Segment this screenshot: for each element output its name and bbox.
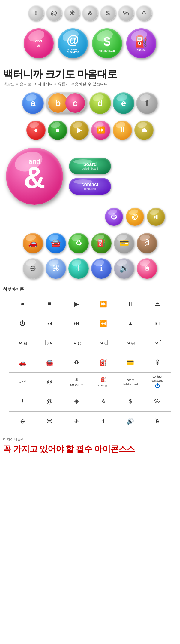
- at-internet-button[interactable]: @ INTERNETBUSINESS: [58, 28, 88, 58]
- alpha-buttons-row: a b c d e f: [0, 88, 180, 118]
- gray-buttons-row: ! @ ✳ & $ % ^: [0, 0, 180, 24]
- table-row: ● ■ ▶ ⏩ ⏸ ⏏: [9, 294, 171, 314]
- alpha-a-button[interactable]: a: [22, 92, 44, 114]
- table-row: &and @ $MONEY ⛽charge boardbulletin boar…: [9, 372, 171, 392]
- record-button[interactable]: ●: [26, 121, 46, 140]
- car-front-button[interactable]: 🚗: [23, 233, 43, 253]
- table-row: 🚗 🚘 ♻ ⛽ 💳 🛢: [9, 353, 171, 372]
- play-pause-button[interactable]: ⏯: [147, 208, 165, 226]
- grid-cell: ■: [36, 294, 63, 314]
- grid-cell: ▶: [63, 294, 90, 314]
- grid-cell-fuel2: ⛽charge: [90, 372, 117, 392]
- card-button[interactable]: 💳: [114, 233, 134, 253]
- gray-btn-at[interactable]: @: [46, 5, 62, 21]
- table-row: ⊖ ⌘ ✳ ℹ 🔊 🖱: [9, 411, 171, 431]
- grid-cell: ▲: [117, 314, 144, 333]
- icon-row-1: 🚗 🚘 ♻ ⛽ 💳 🛢: [0, 230, 180, 256]
- eject-button[interactable]: ⏏: [134, 121, 154, 140]
- table-row: ! @ ✳ & $ ‰: [9, 392, 171, 411]
- table-row: ⚬a b⚬ ⚬c ⚬d ⚬e ⚬f: [9, 333, 171, 353]
- grid-cell-b: b⚬: [36, 333, 63, 353]
- gray-btn-dollar[interactable]: $: [100, 5, 116, 21]
- grid-cell-f: ⚬f: [144, 333, 171, 353]
- ampersand-symbol: &: [37, 43, 40, 48]
- stop-button[interactable]: ■: [48, 121, 67, 140]
- recycle-button[interactable]: ♻: [68, 233, 89, 253]
- grid-cell: ✳: [63, 411, 90, 431]
- gray-btn-percent[interactable]: %: [118, 5, 134, 21]
- play-button[interactable]: ▶: [70, 121, 89, 140]
- fuel-button[interactable]: ⛽: [91, 233, 112, 253]
- grid-cell: ⌘: [36, 411, 63, 431]
- grid-cell: ⏏: [144, 294, 171, 314]
- grid-cell-d: ⚬d: [90, 333, 117, 353]
- grid-cell: &: [90, 392, 117, 411]
- fast-forward-button[interactable]: ⏩: [91, 121, 110, 140]
- and-label: and: [35, 39, 42, 43]
- alpha-bc-pill[interactable]: b c: [46, 92, 88, 114]
- grid-cell-and: &and: [9, 372, 36, 392]
- fuel-charge-button[interactable]: ⛽ charge: [126, 28, 156, 58]
- grid-cell: ⏪: [90, 314, 117, 333]
- command-button[interactable]: ⌘: [46, 258, 66, 279]
- korean-header: 백터니까 크기도 마음대로 색상도 마음대로, 어디에서나 자유롭게 적용하실 …: [0, 63, 180, 88]
- gray-btn-ampersand[interactable]: &: [82, 5, 98, 21]
- info-button[interactable]: ℹ: [91, 258, 112, 279]
- contact-button[interactable]: contact contact us: [69, 178, 111, 195]
- alpha-f-button[interactable]: f: [136, 92, 158, 114]
- grid-cell: ✳: [63, 392, 90, 411]
- board-button[interactable]: board bulletin board: [69, 158, 111, 174]
- alpha-e-button[interactable]: e: [113, 92, 134, 114]
- at-button[interactable]: @: [126, 208, 144, 226]
- footer-label: 디자이너들이: [3, 437, 177, 442]
- charge-label: charge: [137, 48, 146, 51]
- volume-button[interactable]: 🔊: [114, 258, 134, 279]
- icon-row-2: ⊖ ⌘ ✳ ℹ 🔊 🖱: [0, 256, 180, 284]
- grid-cell-at2: @: [36, 372, 63, 392]
- grid-cell: ‰: [144, 392, 171, 411]
- table-row: ⏻ ⏮ ⏭ ⏪ ▲ ⏯: [9, 314, 171, 333]
- gray-btn-caret[interactable]: ^: [136, 5, 152, 21]
- grid-cell: ⏸: [117, 294, 144, 314]
- alpha-c-button[interactable]: c: [65, 93, 85, 113]
- grid-cell: 💳: [117, 353, 144, 372]
- grid-cell: @: [36, 392, 63, 411]
- money-label: MONEY GAME: [99, 50, 115, 52]
- grid-cell-c: ⚬c: [63, 333, 90, 353]
- alpha-b-button[interactable]: b: [48, 93, 68, 113]
- grid-cell: $: [117, 392, 144, 411]
- power-button[interactable]: ⏻: [105, 208, 123, 226]
- gray-btn-exclamation[interactable]: !: [28, 5, 44, 21]
- page-subtitle: 색상도 마음대로, 어디에서나 자유롭게 적용하실 수 있습니다.: [3, 81, 177, 87]
- ampersand-and-button[interactable]: and &: [24, 28, 54, 58]
- dollar-money-button[interactable]: $ MONEY GAME: [92, 28, 122, 58]
- grid-cell: 🖱: [144, 411, 171, 431]
- grid-cell-a: ⚬a: [9, 333, 36, 353]
- grid-cell: ⏮: [36, 314, 63, 333]
- color-buttons-row: and & @ INTERNETBUSINESS $ MONEY GAME ⛽ …: [0, 24, 180, 63]
- big-ampersand-button[interactable]: and &: [6, 148, 63, 205]
- grid-cell-dollar2: $MONEY: [63, 372, 90, 392]
- right-buttons-group: board bulletin board contact contact us: [69, 158, 111, 195]
- car-side-button[interactable]: 🚘: [46, 233, 66, 253]
- grid-cell: 🔊: [117, 411, 144, 431]
- grid-cell: !: [9, 392, 36, 411]
- grid-cell: ♻: [63, 353, 90, 372]
- alpha-d-button[interactable]: d: [89, 92, 111, 114]
- asterisk2-button[interactable]: ✳: [68, 258, 89, 279]
- grid-cell: ⏩: [90, 294, 117, 314]
- icon-grid-table: ● ■ ▶ ⏩ ⏸ ⏏ ⏻ ⏮ ⏭ ⏪ ▲ ⏯ ⚬a b⚬ ⚬c ⚬d ⚬e ⚬…: [9, 294, 171, 431]
- oil-button[interactable]: 🛢: [137, 233, 157, 253]
- footer-section: 디자이너들이 꼭 가지고 있어야 할 필수 아이콘스스: [0, 431, 180, 457]
- board-sub-label: bulletin board: [82, 167, 98, 170]
- grid-cell: 🚘: [36, 353, 63, 372]
- attach-label: 첨부아이콘: [0, 284, 180, 294]
- at-symbol: @: [67, 33, 79, 48]
- pause-button[interactable]: ⏸: [113, 121, 132, 140]
- minus-circle-button[interactable]: ⊖: [23, 258, 43, 279]
- gray-btn-asterisk[interactable]: ✳: [64, 5, 80, 21]
- grid-cell: 🛢: [144, 353, 171, 372]
- page-title: 백터니까 크기도 마음대로: [3, 68, 177, 80]
- mouse-button[interactable]: 🖱: [137, 258, 157, 279]
- grid-cell-contact2: contactcontact us ⏻: [144, 372, 171, 392]
